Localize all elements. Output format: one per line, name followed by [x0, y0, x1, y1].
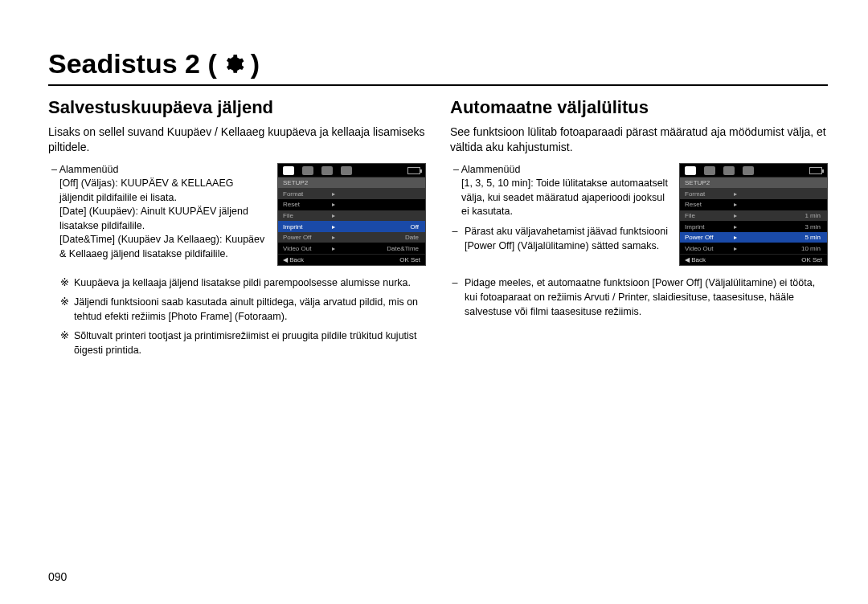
lcd-bottom: ◀ Back OK Set	[278, 254, 425, 265]
gear-icon	[223, 54, 244, 75]
left-line-off: [Off] (Väljas): KUUPÄEV & KELLAAEG jälje…	[48, 177, 268, 205]
content-columns: Salvestuskuupäeva jäljend Lisaks on sell…	[48, 97, 828, 362]
submenus-label: – Alammenüüd	[51, 164, 118, 175]
right-column: Automaatne väljalülitus See funktsioon l…	[450, 97, 828, 362]
title-suffix: )	[251, 48, 260, 80]
title-text: Seadistus 2 (	[48, 48, 217, 80]
left-line-date: [Date] (Kuupäev): Ainult KUUPÄEV jäljend…	[48, 205, 268, 233]
manual-page: Seadistus 2 ( ) Salvestuskuupäeva jäljen…	[0, 0, 868, 604]
left-lcd: SETUP2 Format▸ Reset▸ File▸ Imprint▸Off …	[277, 163, 426, 266]
sound-icon	[723, 166, 735, 175]
left-column: Salvestuskuupäeva jäljend Lisaks on sell…	[48, 97, 426, 362]
lcd-row: Imprint▸3 min	[680, 221, 827, 232]
page-number: 090	[48, 570, 67, 583]
left-heading: Salvestuskuupäeva jäljend	[48, 97, 426, 118]
bullet-item: –Pidage meeles, et automaatne funktsioon…	[450, 275, 828, 319]
submenus-label: – Alammenüüd	[453, 164, 520, 175]
lcd-row: Reset▸	[680, 199, 827, 210]
lcd-row: Format▸	[278, 188, 425, 199]
play-icon	[302, 166, 313, 175]
lcd-row: Power Off▸Date	[278, 232, 425, 243]
play-icon	[704, 166, 715, 175]
left-intro: Lisaks on sellel suvand Kuupäev / Kellaa…	[48, 124, 426, 155]
camera-icon	[283, 166, 294, 175]
right-submenu-text: – Alammenüüd [1, 3, 5, 10 min]: Toide lü…	[450, 163, 669, 266]
display-icon	[341, 166, 352, 175]
lcd-row: Format▸	[680, 188, 827, 199]
right-lcd: SETUP2 Format▸ Reset▸ File▸1 min Imprint…	[679, 163, 828, 266]
lcd-row-selected: Power Off▸5 min	[680, 232, 827, 243]
right-line-opts: [1, 3, 5, 10 min]: Toide lülitatakse aut…	[450, 177, 669, 219]
bullet-item: –Pärast aku väljavahetamist jäävad funkt…	[450, 224, 669, 253]
display-icon	[743, 166, 754, 175]
lcd-bottom: ◀ Back OK Set	[680, 254, 827, 265]
right-notes: –Pidage meeles, et automaatne funktsioon…	[450, 275, 828, 319]
note-item: ※Sõltuvalt printeri tootjast ja printimi…	[48, 329, 426, 357]
left-subblock: – Alammenüüd [Off] (Väljas): KUUPÄEV & K…	[48, 163, 426, 266]
page-title: Seadistus 2 ( )	[48, 48, 828, 86]
note-mark: ※	[59, 275, 69, 290]
left-line-dt: [Date&Time] (Kuupäev Ja Kellaaeg): Kuupä…	[48, 233, 268, 261]
lcd-row: Video Out▸Date&Time	[278, 243, 425, 254]
lcd-top-icons	[680, 164, 827, 178]
left-notes: ※Kuupäeva ja kellaaja jäljend lisatakse …	[48, 275, 426, 358]
note-mark: ※	[59, 295, 69, 324]
lcd-row: File▸1 min	[680, 210, 827, 222]
lcd-row: Reset▸	[278, 199, 425, 210]
note-item: ※Kuupäeva ja kellaaja jäljend lisatakse …	[48, 275, 426, 290]
lcd-tab: SETUP2	[680, 178, 827, 188]
lcd-row-selected: Imprint▸Off	[278, 221, 425, 232]
right-intro: See funktsioon lülitab fotoaparaadi pära…	[450, 124, 828, 155]
battery-icon	[809, 167, 822, 174]
lcd-row: Video Out▸10 min	[680, 243, 827, 254]
sound-icon	[321, 166, 333, 175]
battery-icon	[407, 167, 420, 174]
lcd-tab: SETUP2	[278, 178, 425, 188]
camera-icon	[685, 166, 696, 175]
note-item: ※Jäljendi funktsiooni saab kasutada ainu…	[48, 295, 426, 324]
right-subblock: – Alammenüüd [1, 3, 5, 10 min]: Toide lü…	[450, 163, 828, 266]
left-submenu-text: – Alammenüüd [Off] (Väljas): KUUPÄEV & K…	[48, 163, 268, 266]
note-mark: ※	[59, 329, 69, 357]
lcd-top-icons	[278, 164, 425, 178]
right-heading: Automaatne väljalülitus	[450, 97, 828, 118]
lcd-row: File▸	[278, 210, 425, 222]
